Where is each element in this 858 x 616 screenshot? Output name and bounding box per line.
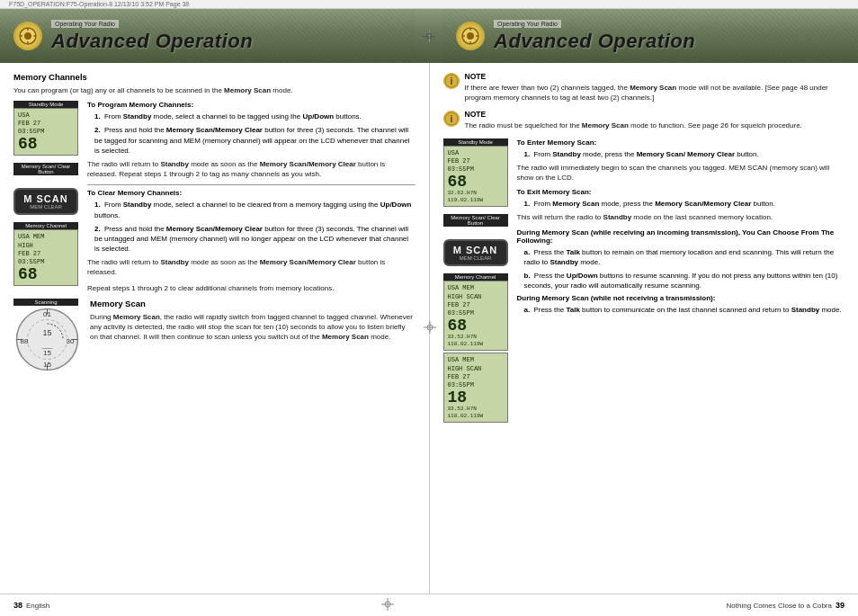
page-container: F75D_OPERATION:F75-Operation-8 12/13/10 … bbox=[0, 0, 858, 616]
during-scan2-a: a. Press the Talk button to communicate … bbox=[517, 305, 845, 315]
page-num-right: 39 bbox=[836, 601, 845, 610]
right-memory-channel-label: Memory Channel bbox=[443, 273, 508, 281]
lcd-large-num: 18 bbox=[448, 389, 504, 406]
main-content: Memory Channels You can program (or tag)… bbox=[0, 63, 858, 594]
right-instruction-text: To Enter Memory Scan: 1. From Standby mo… bbox=[517, 138, 845, 319]
note-box-1: i NOTE If there are fewer than two (2) c… bbox=[443, 72, 845, 103]
svg-text:15: 15 bbox=[42, 328, 51, 337]
during-scan2-title: During Memory Scan (while not receiving … bbox=[517, 294, 845, 302]
note-text-2: The radio must be squelched for the Memo… bbox=[465, 121, 845, 130]
svg-text:i: i bbox=[450, 76, 452, 86]
file-info: F75D_OPERATION:F75-Operation-8 12/13/10 … bbox=[9, 1, 189, 7]
scanning-label: Scanning bbox=[13, 299, 78, 306]
memory-scan-title: Memory Scan bbox=[90, 299, 416, 308]
left-header-title: Advanced Operation bbox=[51, 30, 253, 53]
right-mscan-label: Memory Scan/ Clear Button bbox=[443, 214, 508, 227]
note-box-2: i NOTE The radio must be squelched for t… bbox=[443, 110, 845, 130]
right-memory-channel-lcd: Memory Channel USA MEM HIGH SCAN FEB 27 … bbox=[443, 273, 508, 423]
clear-step-1: 1. From Standby mode, select a channel t… bbox=[87, 200, 416, 219]
note-icon-1: i bbox=[443, 73, 460, 89]
note-content-1: NOTE If there are fewer than two (2) cha… bbox=[465, 72, 845, 103]
left-header: Operating Your Radio Advanced Operation bbox=[0, 9, 416, 63]
svg-point-1 bbox=[24, 32, 31, 40]
left-header-icon bbox=[13, 22, 42, 50]
svg-text:15: 15 bbox=[43, 349, 51, 357]
right-header-icon bbox=[456, 22, 485, 50]
memory-scan-text: Memory Scan During Memory Scan, the radi… bbox=[90, 299, 416, 348]
note-title-2: NOTE bbox=[465, 110, 845, 119]
lcd-column: Standby Mode USA FEB 27 03:55PM 68 Memor bbox=[13, 101, 78, 293]
lcd-row: USA bbox=[18, 112, 74, 120]
mscan-text: M SCAN bbox=[19, 193, 73, 204]
svg-point-7 bbox=[467, 32, 474, 40]
note-text-1: If there are fewer than two (2) channels… bbox=[465, 83, 845, 103]
memory-channels-title: Memory Channels bbox=[13, 72, 416, 82]
lcd-row: 32.62.H7N bbox=[448, 190, 504, 197]
note-title-1: NOTE bbox=[465, 72, 845, 81]
right-memory-screen-top: USA MEM HIGH SCAN FEB 27 03:55PM 68 33.5… bbox=[443, 281, 508, 351]
note-icon-2: i bbox=[443, 111, 460, 127]
scan-dial-container: Scanning 01 15 30 88 15 ___ bbox=[13, 299, 81, 375]
lcd-row: HIGH SCAN bbox=[448, 365, 504, 373]
program-step-1: 1. From Standby mode, select a channel t… bbox=[87, 112, 416, 121]
svg-text:30: 30 bbox=[67, 337, 75, 345]
lcd-row: FEB 27 bbox=[18, 250, 74, 258]
scan-dial-svg: 01 15 30 88 15 ___ 15 bbox=[13, 306, 81, 373]
memory-channel-screen: USA MEM HIGH FEB 27 03:55PM 68 bbox=[13, 229, 78, 285]
left-page: Memory Channels You can program (or tag)… bbox=[0, 63, 430, 594]
footer-reg-mark bbox=[381, 598, 394, 612]
left-header-subtitle: Operating Your Radio bbox=[51, 20, 119, 28]
right-mscan-text: M SCAN bbox=[449, 245, 503, 255]
svg-text:i: i bbox=[450, 114, 452, 124]
mscan-label: Memory Scan/ Clear Button bbox=[13, 163, 78, 175]
lcd-row: FEB 27 bbox=[448, 301, 504, 309]
lcd-row: HIGH bbox=[18, 242, 74, 250]
lcd-row: 33.52.H7N bbox=[448, 334, 504, 341]
right-header-subtitle: Operating Your Radio bbox=[494, 20, 561, 28]
during-scan-a: a. Press the Talk button to remain on th… bbox=[517, 247, 845, 267]
right-standby-screen: USA FEB 27 03:55PM 68 32.62.H7N 119.02.1… bbox=[443, 146, 508, 208]
footer-left: 38 English bbox=[13, 601, 49, 610]
program-return-note: The radio will return to Standby mode as… bbox=[87, 159, 416, 179]
memory-channel-label: Memory Channel bbox=[13, 222, 78, 229]
program-section: Standby Mode USA FEB 27 03:55PM 68 Memor bbox=[13, 101, 416, 299]
footer-right: Nothing Comes Close to a Cobra 39 bbox=[727, 601, 845, 610]
right-page: i NOTE If there are fewer than two (2) c… bbox=[430, 63, 859, 594]
memory-channel-lcd: Memory Channel USA MEM HIGH FEB 27 03:55… bbox=[13, 222, 78, 285]
right-memory-screen-bot: USA MEM HIGH SCAN FEB 27 03:55PM 18 33.5… bbox=[443, 353, 508, 423]
memory-scan-body: During Memory Scan, the radio will rapid… bbox=[90, 312, 416, 343]
lcd-large-num: 68 bbox=[448, 317, 504, 334]
lcd-row: 119.02.119W bbox=[448, 197, 504, 204]
right-standby-label: Standby Mode bbox=[443, 138, 508, 146]
mscan-sub: MEM CLEAR bbox=[19, 204, 73, 210]
standby-lcd-1: Standby Mode USA FEB 27 03:55PM 68 bbox=[13, 101, 78, 156]
during-scan-title: During Memory Scan (while receiving an i… bbox=[517, 228, 845, 245]
lcd-large-num: 68 bbox=[18, 266, 74, 282]
lcd-row: 118.02.119W bbox=[448, 413, 504, 420]
enter-scan-step-1: 1. From Standby mode, press the Memory S… bbox=[517, 149, 845, 159]
lcd-large-num: 68 bbox=[18, 136, 38, 152]
svg-text:___: ___ bbox=[41, 342, 53, 349]
svg-text:88: 88 bbox=[21, 337, 29, 345]
lcd-row: FEB 27 bbox=[448, 373, 504, 381]
memory-channels-intro: You can program (or tag) any or all chan… bbox=[13, 85, 416, 95]
enter-scan-title: To Enter Memory Scan: bbox=[517, 138, 845, 147]
lcd-row: FEB 27 bbox=[18, 120, 74, 128]
instruction-text-area: To Program Memory Channels: 1. From Stan… bbox=[87, 101, 416, 299]
page-header: Operating Your Radio Advanced Operation bbox=[0, 9, 858, 63]
standby-screen-1: USA FEB 27 03:55PM 68 bbox=[13, 108, 78, 156]
lcd-row: USA MEM bbox=[448, 356, 504, 364]
lcd-row: FEB 27 bbox=[448, 157, 504, 165]
enter-scan-note: The radio will immediately begin to scan… bbox=[517, 163, 845, 183]
mscan-button-body: M SCAN MEM CLEAR bbox=[13, 188, 78, 215]
clear-step-2: 2. Press and hold the Memory Scan/Memory… bbox=[87, 224, 416, 254]
program-step-2: 2. Press and hold the Memory Scan/Memory… bbox=[87, 125, 416, 156]
right-mscan-unit: Memory Scan/ Clear Button M SCAN MEM CLE… bbox=[443, 214, 508, 266]
lcd-large-num: 68 bbox=[448, 174, 504, 190]
mscan-button-unit: Memory Scan/ Clear Button M SCAN MEM CLE… bbox=[13, 163, 78, 215]
lcd-row: 33.52.H7N bbox=[448, 406, 504, 413]
page-num-left: 38 bbox=[13, 601, 22, 610]
lcd-row: USA MEM bbox=[18, 233, 74, 241]
lang-label: English bbox=[26, 602, 49, 610]
during-scan-b: b. Press the Up/Down buttons to resume s… bbox=[517, 271, 845, 290]
